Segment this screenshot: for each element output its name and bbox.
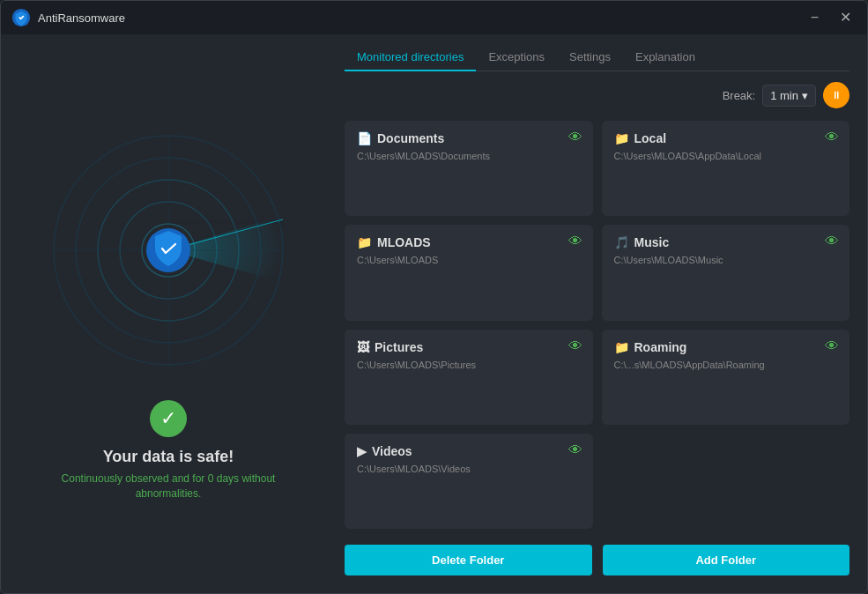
eye-icon-mloads: 👁 — [568, 234, 582, 249]
eye-icon-pictures: 👁 — [568, 338, 582, 354]
folder-icon-mloads: 📁 — [357, 235, 372, 249]
folder-icon-local: 📁 — [614, 131, 629, 145]
tab-explanation[interactable]: Explanation — [623, 43, 708, 71]
content-area: ✓ Your data is safe! Continuously observ… — [1, 34, 867, 593]
folder-path-music: C:\Users\MLOADS\Music — [614, 255, 838, 265]
eye-icon-roaming: 👁 — [825, 338, 839, 354]
folder-name-documents: 📄 Documents — [357, 131, 581, 145]
folder-name-music: 🎵 Music — [614, 235, 838, 249]
doc-icon: 📄 — [357, 131, 372, 145]
folder-name-roaming: 📁 Roaming — [614, 340, 838, 354]
eye-icon-videos: 👁 — [568, 442, 582, 458]
app-title: AntiRansomware — [38, 11, 805, 25]
eye-icon-local: 👁 — [825, 130, 839, 145]
status-area: ✓ Your data is safe! Continuously observ… — [62, 400, 276, 501]
folder-path-videos: C:\Users\MLOADS\Videos — [357, 464, 581, 474]
close-button[interactable]: ✕ — [835, 9, 857, 26]
folder-path-pictures: C:\Users\MLOADS\Pictures — [357, 360, 581, 370]
folder-card-documents[interactable]: 👁 📄 Documents C:\Users\MLOADS\Documents — [345, 121, 593, 216]
eye-icon-documents: 👁 — [568, 130, 582, 145]
chevron-down-icon: ▾ — [802, 89, 808, 102]
minimize-button[interactable]: − — [805, 9, 824, 26]
break-select[interactable]: 1 min ▾ — [762, 85, 816, 107]
folder-name-local: 📁 Local — [614, 131, 838, 145]
window-controls: − ✕ — [805, 9, 857, 26]
folder-path-roaming: C:\...s\MLOADS\AppData\Roaming — [614, 360, 838, 370]
folder-card-pictures[interactable]: 👁 🖼 Pictures C:\Users\MLOADS\Pictures — [345, 330, 593, 425]
tab-exceptions[interactable]: Exceptions — [476, 43, 557, 71]
add-folder-button[interactable]: Add Folder — [603, 545, 850, 575]
app-window: AntiRansomware − ✕ — [0, 0, 868, 594]
right-panel: Monitored directories Exceptions Setting… — [336, 34, 867, 593]
folder-name-mloads: 📁 MLOADS — [357, 235, 581, 249]
bottom-buttons: Delete Folder Add Folder — [345, 545, 849, 575]
folder-card-videos[interactable]: 👁 ▶ Videos C:\Users\MLOADS\Videos — [345, 434, 593, 529]
status-check-icon: ✓ — [150, 400, 187, 437]
radar-visualization — [45, 127, 292, 374]
folder-icon-roaming: 📁 — [614, 340, 629, 354]
folder-card-roaming[interactable]: 👁 📁 Roaming C:\...s\MLOADS\AppData\Roami… — [602, 330, 850, 425]
folder-name-pictures: 🖼 Pictures — [357, 340, 581, 354]
tab-monitored[interactable]: Monitored directories — [345, 43, 476, 71]
folder-path-local: C:\Users\MLOADS\AppData\Local — [614, 151, 838, 161]
status-title: Your data is safe! — [62, 448, 276, 466]
music-icon: 🎵 — [614, 235, 629, 249]
break-label: Break: — [723, 89, 756, 102]
eye-icon-music: 👁 — [825, 234, 839, 249]
tabs-bar: Monitored directories Exceptions Setting… — [345, 34, 849, 71]
delete-folder-button[interactable]: Delete Folder — [345, 545, 592, 575]
break-value: 1 min — [770, 89, 798, 102]
titlebar: AntiRansomware − ✕ — [1, 1, 867, 34]
pause-icon: ⏸ — [831, 89, 842, 101]
tab-settings[interactable]: Settings — [557, 43, 623, 71]
picture-icon: 🖼 — [357, 340, 369, 354]
folder-card-mloads[interactable]: 👁 📁 MLOADS C:\Users\MLOADS — [345, 225, 593, 320]
folder-path-documents: C:\Users\MLOADS\Documents — [357, 151, 581, 161]
folders-grid: 👁 📄 Documents C:\Users\MLOADS\Documents … — [345, 121, 849, 532]
folder-path-mloads: C:\Users\MLOADS — [357, 255, 581, 265]
pause-button[interactable]: ⏸ — [823, 82, 849, 108]
folder-name-videos: ▶ Videos — [357, 444, 581, 458]
folder-card-music[interactable]: 👁 🎵 Music C:\Users\MLOADS\Music — [602, 225, 850, 320]
toolbar-row: Break: 1 min ▾ ⏸ — [345, 82, 849, 108]
app-logo — [11, 8, 31, 27]
folder-card-local[interactable]: 👁 📁 Local C:\Users\MLOADS\AppData\Local — [602, 121, 850, 216]
status-subtitle: Continuously observed and for 0 days wit… — [62, 471, 276, 501]
left-panel: ✓ Your data is safe! Continuously observ… — [1, 34, 336, 593]
radar-container — [45, 127, 292, 374]
video-icon: ▶ — [357, 444, 367, 458]
